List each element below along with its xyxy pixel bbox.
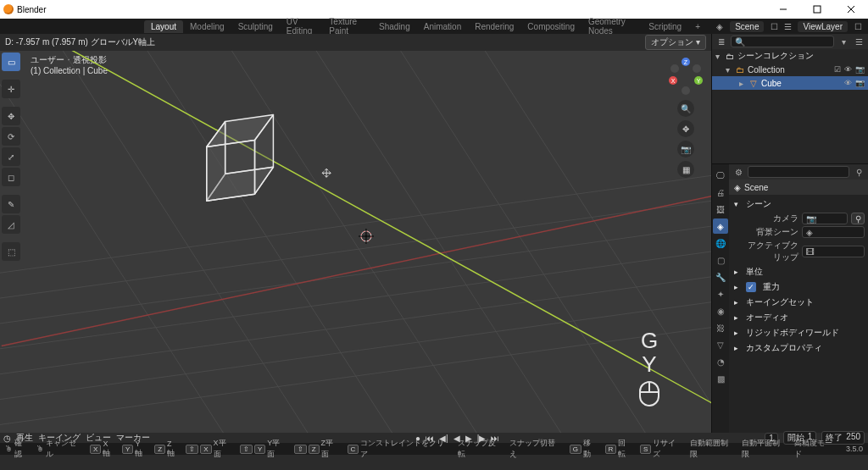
outliner-header: ≣ 🔍 ▾ ☰ xyxy=(712,34,868,49)
outliner-cube[interactable]: ▸▽ Cube 👁📷 xyxy=(712,76,868,90)
tab-world[interactable]: 🌐 xyxy=(713,235,728,251)
tool-add-cube[interactable]: ⬚ xyxy=(2,242,20,261)
svg-line-7 xyxy=(0,169,711,278)
options-dropdown[interactable]: オプション ▾ xyxy=(645,35,706,50)
panel-gravity-header[interactable]: ▸✓重力 xyxy=(732,279,865,295)
svg-line-14 xyxy=(0,34,238,433)
properties-tabs: 🖵 🖨 🖼 ◈ 🌐 ▢ 🔧 ✦ ◉ ⛓ ▽ ◔ ▩ xyxy=(712,164,729,433)
new-viewlayer-icon[interactable]: ☐ xyxy=(851,19,865,33)
key-y-label: Y xyxy=(638,352,660,377)
maximize-button[interactable] xyxy=(800,0,834,19)
gravity-checkbox[interactable]: ✓ xyxy=(746,282,756,292)
svg-line-1 xyxy=(0,219,711,329)
scene-selector[interactable]: Scene xyxy=(730,21,764,32)
tab-animation[interactable]: Animation xyxy=(417,20,468,33)
viewport-3d[interactable]: D: -7.957 m (7.957 m) グローバルY軸上 オプション ▾ ユ… xyxy=(0,34,711,433)
tab-data[interactable]: ▽ xyxy=(713,337,728,352)
close-button[interactable] xyxy=(834,0,868,19)
active-clip-field[interactable]: 🎞 xyxy=(802,246,865,257)
tab-render[interactable]: 🖵 xyxy=(713,168,728,183)
scene-bc-icon: ◈ xyxy=(734,183,741,192)
new-collection-icon[interactable]: ☰ xyxy=(853,36,865,47)
outliner-editor-icon[interactable]: ≣ xyxy=(715,36,727,47)
tab-material[interactable]: ◔ xyxy=(713,354,728,369)
tab-layout[interactable]: Layout xyxy=(144,20,183,33)
menu-render[interactable]: レンダー xyxy=(88,19,132,34)
hide-icon[interactable]: 👁 xyxy=(844,65,852,74)
tab-object[interactable]: ▢ xyxy=(713,252,728,268)
svg-line-3 xyxy=(0,270,711,379)
camera-field[interactable]: 📷 xyxy=(802,213,848,224)
svg-line-10 xyxy=(221,34,492,433)
tool-move[interactable]: ✥ xyxy=(2,107,20,125)
properties-breadcrumb: ◈ Scene xyxy=(729,180,868,195)
tab-shading[interactable]: Shading xyxy=(372,20,417,33)
version-label: 3.5.0 xyxy=(846,445,863,453)
tool-scale[interactable]: ⤢ xyxy=(2,147,20,166)
scene-icon[interactable]: ◈ xyxy=(713,19,726,33)
outliner-scene-collection[interactable]: ▾🗀 シーンコレクション xyxy=(712,49,868,63)
blender-icon xyxy=(3,4,14,14)
pin-icon[interactable]: ⚲ xyxy=(853,166,865,178)
panel-customprops-header[interactable]: ▸カスタムプロパティ xyxy=(732,340,865,356)
svg-line-2 xyxy=(0,245,711,354)
svg-line-4 xyxy=(0,296,711,405)
blender-logo-icon xyxy=(3,21,14,31)
svg-line-6 xyxy=(0,194,711,303)
exclude-checkbox-icon[interactable]: ☑ xyxy=(834,65,841,74)
tab-compositing[interactable]: Compositing xyxy=(520,20,581,33)
outliner[interactable]: ▾🗀 シーンコレクション ▾🗀 Collection ☑👁📷 ▸▽ Cube 👁… xyxy=(712,49,868,163)
svg-line-8 xyxy=(53,34,323,433)
menu-edit[interactable]: 編集 xyxy=(61,19,88,34)
tool-rotate[interactable]: ⟳ xyxy=(2,127,20,146)
tool-transform[interactable]: ◻ xyxy=(2,168,20,186)
tab-modifiers[interactable]: 🔧 xyxy=(713,269,728,285)
tool-annotate[interactable]: ✎ xyxy=(2,195,20,213)
cube-object[interactable] xyxy=(207,115,274,202)
camera-icon: 📷 xyxy=(806,214,816,224)
menu-file[interactable]: ファイル xyxy=(17,19,61,34)
tab-physics[interactable]: ◉ xyxy=(713,303,728,318)
panel-keying-header[interactable]: ▸キーイングセット xyxy=(732,295,865,310)
bg-scene-field[interactable]: ◈ xyxy=(802,226,865,238)
properties-editor: 🖵 🖨 🖼 ◈ 🌐 ▢ 🔧 ✦ ◉ ⛓ ▽ ◔ ▩ ⚙ ⚲ xyxy=(712,163,868,433)
properties-search[interactable] xyxy=(748,166,849,178)
panel-scene-header[interactable]: ▾シーン xyxy=(732,196,865,212)
add-workspace-button[interactable]: + xyxy=(688,20,707,33)
tab-modeling[interactable]: Modeling xyxy=(183,20,231,33)
tab-constraints[interactable]: ⛓ xyxy=(713,320,728,335)
disable-object-render-icon[interactable]: 📷 xyxy=(855,79,865,87)
scene-ref-icon: ◈ xyxy=(806,228,813,237)
eyedropper-icon[interactable]: ⚲ xyxy=(851,213,865,224)
filter-icon[interactable]: ▾ xyxy=(837,36,849,47)
panel-audio-header[interactable]: ▸オーディオ xyxy=(732,310,865,325)
panel-units-header[interactable]: ▸単位 xyxy=(732,264,865,279)
viewlayer-icon[interactable]: ☰ xyxy=(781,19,794,33)
panel-rigidbody-header[interactable]: ▸リジッドボディワールド xyxy=(732,325,865,340)
properties-editor-icon[interactable]: ⚙ xyxy=(732,166,744,178)
minimize-button[interactable] xyxy=(766,0,800,19)
hide-object-icon[interactable]: 👁 xyxy=(844,79,852,87)
cursor-3d-icon xyxy=(359,229,374,244)
move-cursor-icon xyxy=(322,169,331,177)
outliner-collection[interactable]: ▾🗀 Collection ☑👁📷 xyxy=(712,63,868,76)
tab-output[interactable]: 🖨 xyxy=(713,185,728,200)
tab-scene[interactable]: ◈ xyxy=(713,218,728,234)
new-scene-icon[interactable]: ☐ xyxy=(767,19,781,33)
tab-viewlayer[interactable]: 🖼 xyxy=(713,202,728,217)
viewlayer-selector[interactable]: ViewLayer xyxy=(798,21,848,32)
bg-scene-label: 背景シーン xyxy=(743,226,798,238)
tool-select-box[interactable]: ▭ xyxy=(2,53,20,71)
tab-rendering[interactable]: Rendering xyxy=(468,20,520,33)
disable-render-icon[interactable]: 📷 xyxy=(855,65,865,74)
tab-particles[interactable]: ✦ xyxy=(713,286,728,301)
outliner-search[interactable]: 🔍 xyxy=(731,36,834,47)
mouse-right-icon: 🖱 xyxy=(36,445,44,453)
tool-measure[interactable]: ◿ xyxy=(2,215,20,234)
mesh-icon: ▽ xyxy=(748,79,760,88)
tool-cursor[interactable]: ✛ xyxy=(2,80,20,98)
svg-rect-0 xyxy=(814,6,821,13)
tab-scripting[interactable]: Scripting xyxy=(642,20,688,33)
tab-sculpting[interactable]: Sculpting xyxy=(231,20,280,33)
tab-texture[interactable]: ▩ xyxy=(713,371,728,386)
